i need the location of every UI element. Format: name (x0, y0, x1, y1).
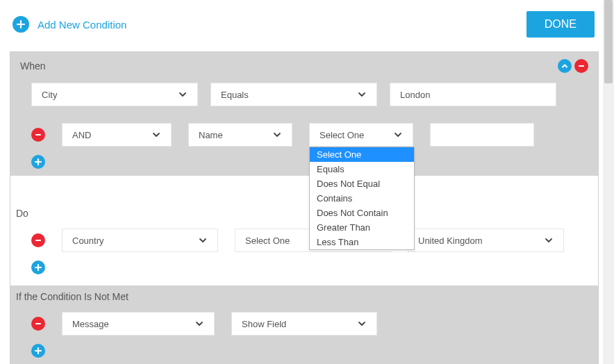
when-section: When City Equals London (10, 51, 599, 364)
operator-option[interactable]: Contains (310, 191, 414, 206)
remove-else-action-icon[interactable] (31, 317, 45, 331)
chevron-down-icon (357, 319, 367, 329)
add-new-condition-button[interactable]: Add New Condition (13, 16, 126, 33)
plus-icon (13, 16, 29, 33)
when-operator-select[interactable]: Equals (210, 83, 377, 106)
when-value-input[interactable]: London (390, 83, 556, 106)
chevron-down-icon (272, 130, 282, 140)
when2-operator-value: Select One (320, 130, 364, 140)
else-section: If the Condition Is Not Met Message Show… (10, 286, 598, 364)
do-operator-value: Select One (245, 235, 290, 246)
when2-operator-select[interactable]: Select One Select OneEqualsDoes Not Equa… (309, 123, 413, 147)
else-title: If the Condition Is Not Met (10, 286, 598, 308)
add-action-icon[interactable] (31, 260, 45, 274)
do-value-select[interactable]: United Kingdom (408, 229, 564, 252)
collapse-icon[interactable] (558, 59, 572, 73)
operator-option[interactable]: Select One (310, 147, 414, 162)
do-value-text: United Kingdom (418, 235, 483, 246)
operator-option[interactable]: Equals (310, 162, 414, 176)
else-action-select[interactable]: Show Field (231, 312, 377, 336)
when-operator-value: Equals (221, 90, 249, 100)
else-field-value: Message (72, 319, 109, 329)
chevron-down-icon (393, 130, 403, 140)
chevron-down-icon (151, 130, 161, 140)
when-field-select[interactable]: City (31, 83, 198, 106)
operator-option[interactable]: Less Than (310, 235, 414, 249)
chevron-down-icon (194, 319, 204, 329)
when2-field-value: Name (199, 130, 223, 140)
when-field-value: City (42, 90, 57, 100)
remove-condition-icon[interactable] (31, 128, 45, 142)
when-title: When (20, 60, 46, 72)
operator-option[interactable]: Does Not Equal (310, 176, 414, 191)
chevron-down-icon (544, 235, 554, 245)
remove-section-icon[interactable] (574, 59, 588, 73)
do-title: Do (10, 208, 598, 224)
remove-action-icon[interactable] (31, 233, 45, 247)
chevron-down-icon (357, 90, 367, 99)
operator-dropdown[interactable]: Select OneEqualsDoes Not EqualContainsDo… (309, 147, 415, 250)
else-field-select[interactable]: Message (62, 312, 215, 336)
when2-field-select[interactable]: Name (188, 123, 292, 147)
operator-option[interactable]: Does Not Contain (310, 206, 414, 220)
logic-value: AND (72, 130, 91, 140)
add-new-condition-label: Add New Condition (38, 19, 126, 31)
scrollbar-thumb[interactable] (604, 0, 613, 83)
when-value-text: London (400, 90, 430, 100)
do-field-select[interactable]: Country (62, 229, 218, 252)
do-section: Do Country Select One United Kingdom (10, 176, 598, 286)
add-else-action-icon[interactable] (31, 344, 45, 358)
operator-option[interactable]: Greater Than (310, 220, 414, 235)
done-button[interactable]: DONE (526, 11, 595, 38)
chevron-down-icon (198, 235, 208, 245)
add-condition-icon[interactable] (31, 155, 45, 169)
chevron-down-icon (178, 90, 188, 99)
else-action-value: Show Field (242, 319, 286, 329)
scrollbar-track[interactable] (603, 0, 614, 364)
do-field-value: Country (72, 235, 104, 246)
when2-value-input[interactable] (430, 123, 534, 147)
logic-select[interactable]: AND (62, 123, 172, 147)
